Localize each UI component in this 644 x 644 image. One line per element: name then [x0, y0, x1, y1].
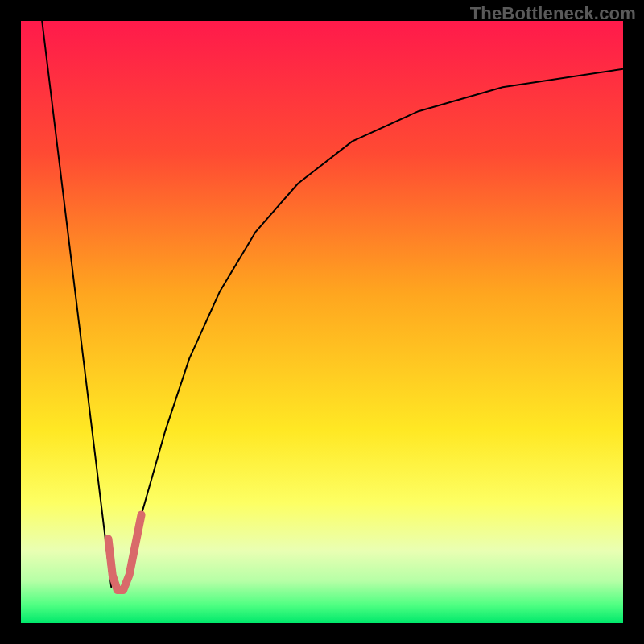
gradient-background: [21, 21, 623, 623]
chart-svg: [21, 21, 623, 623]
watermark-label: TheBottleneck.com: [470, 3, 636, 24]
chart-frame: TheBottleneck.com: [0, 0, 644, 644]
plot-area: [21, 21, 623, 623]
